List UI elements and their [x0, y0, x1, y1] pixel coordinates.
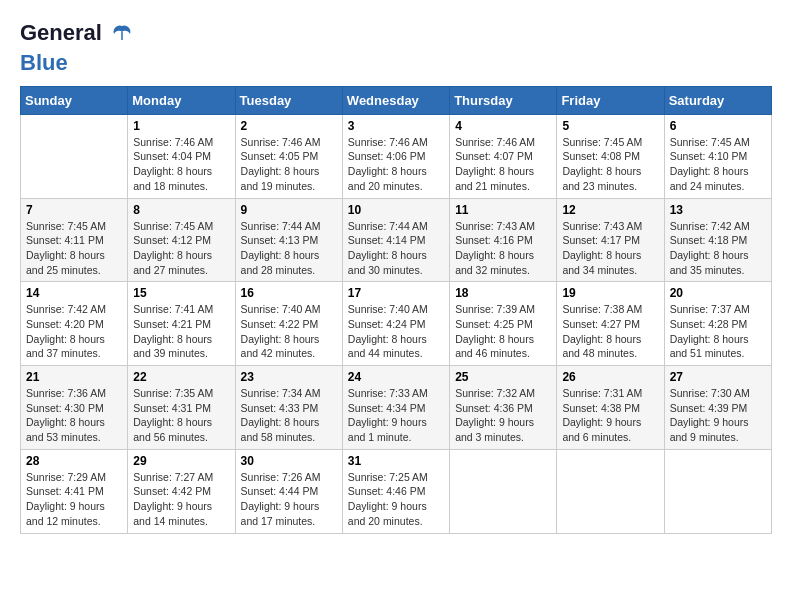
calendar-table: SundayMondayTuesdayWednesdayThursdayFrid…: [20, 86, 772, 534]
day-info: Sunrise: 7:42 AM Sunset: 4:18 PM Dayligh…: [670, 219, 766, 278]
day-info: Sunrise: 7:46 AM Sunset: 4:04 PM Dayligh…: [133, 135, 229, 194]
day-number: 12: [562, 203, 658, 217]
day-info: Sunrise: 7:44 AM Sunset: 4:13 PM Dayligh…: [241, 219, 337, 278]
day-number: 27: [670, 370, 766, 384]
day-number: 2: [241, 119, 337, 133]
calendar-cell: 10Sunrise: 7:44 AM Sunset: 4:14 PM Dayli…: [342, 198, 449, 282]
calendar-cell: 22Sunrise: 7:35 AM Sunset: 4:31 PM Dayli…: [128, 366, 235, 450]
calendar-cell: 19Sunrise: 7:38 AM Sunset: 4:27 PM Dayli…: [557, 282, 664, 366]
calendar-header-friday: Friday: [557, 86, 664, 114]
calendar-cell: [21, 114, 128, 198]
logo-text: General Blue: [20, 20, 136, 76]
calendar-header-tuesday: Tuesday: [235, 86, 342, 114]
calendar-cell: 23Sunrise: 7:34 AM Sunset: 4:33 PM Dayli…: [235, 366, 342, 450]
day-number: 5: [562, 119, 658, 133]
day-info: Sunrise: 7:40 AM Sunset: 4:22 PM Dayligh…: [241, 302, 337, 361]
calendar-cell: 20Sunrise: 7:37 AM Sunset: 4:28 PM Dayli…: [664, 282, 771, 366]
calendar-cell: [664, 449, 771, 533]
calendar-header-sunday: Sunday: [21, 86, 128, 114]
calendar-cell: 2Sunrise: 7:46 AM Sunset: 4:05 PM Daylig…: [235, 114, 342, 198]
calendar-cell: 5Sunrise: 7:45 AM Sunset: 4:08 PM Daylig…: [557, 114, 664, 198]
day-info: Sunrise: 7:43 AM Sunset: 4:16 PM Dayligh…: [455, 219, 551, 278]
calendar-cell: 9Sunrise: 7:44 AM Sunset: 4:13 PM Daylig…: [235, 198, 342, 282]
day-info: Sunrise: 7:25 AM Sunset: 4:46 PM Dayligh…: [348, 470, 444, 529]
day-info: Sunrise: 7:30 AM Sunset: 4:39 PM Dayligh…: [670, 386, 766, 445]
day-info: Sunrise: 7:42 AM Sunset: 4:20 PM Dayligh…: [26, 302, 122, 361]
calendar-body: 1Sunrise: 7:46 AM Sunset: 4:04 PM Daylig…: [21, 114, 772, 533]
calendar-cell: 30Sunrise: 7:26 AM Sunset: 4:44 PM Dayli…: [235, 449, 342, 533]
day-info: Sunrise: 7:43 AM Sunset: 4:17 PM Dayligh…: [562, 219, 658, 278]
day-info: Sunrise: 7:46 AM Sunset: 4:06 PM Dayligh…: [348, 135, 444, 194]
day-info: Sunrise: 7:36 AM Sunset: 4:30 PM Dayligh…: [26, 386, 122, 445]
day-info: Sunrise: 7:33 AM Sunset: 4:34 PM Dayligh…: [348, 386, 444, 445]
day-number: 25: [455, 370, 551, 384]
calendar-cell: 6Sunrise: 7:45 AM Sunset: 4:10 PM Daylig…: [664, 114, 771, 198]
calendar-cell: 13Sunrise: 7:42 AM Sunset: 4:18 PM Dayli…: [664, 198, 771, 282]
day-info: Sunrise: 7:44 AM Sunset: 4:14 PM Dayligh…: [348, 219, 444, 278]
calendar-header-saturday: Saturday: [664, 86, 771, 114]
day-info: Sunrise: 7:32 AM Sunset: 4:36 PM Dayligh…: [455, 386, 551, 445]
day-info: Sunrise: 7:40 AM Sunset: 4:24 PM Dayligh…: [348, 302, 444, 361]
calendar-cell: 27Sunrise: 7:30 AM Sunset: 4:39 PM Dayli…: [664, 366, 771, 450]
day-number: 1: [133, 119, 229, 133]
day-number: 10: [348, 203, 444, 217]
day-number: 4: [455, 119, 551, 133]
calendar-cell: 26Sunrise: 7:31 AM Sunset: 4:38 PM Dayli…: [557, 366, 664, 450]
day-number: 14: [26, 286, 122, 300]
day-info: Sunrise: 7:39 AM Sunset: 4:25 PM Dayligh…: [455, 302, 551, 361]
day-number: 18: [455, 286, 551, 300]
day-number: 30: [241, 454, 337, 468]
day-info: Sunrise: 7:41 AM Sunset: 4:21 PM Dayligh…: [133, 302, 229, 361]
day-number: 8: [133, 203, 229, 217]
calendar-cell: 16Sunrise: 7:40 AM Sunset: 4:22 PM Dayli…: [235, 282, 342, 366]
day-info: Sunrise: 7:45 AM Sunset: 4:10 PM Dayligh…: [670, 135, 766, 194]
day-number: 13: [670, 203, 766, 217]
day-number: 29: [133, 454, 229, 468]
day-number: 26: [562, 370, 658, 384]
calendar-cell: 25Sunrise: 7:32 AM Sunset: 4:36 PM Dayli…: [450, 366, 557, 450]
calendar-week-row: 1Sunrise: 7:46 AM Sunset: 4:04 PM Daylig…: [21, 114, 772, 198]
calendar-header-monday: Monday: [128, 86, 235, 114]
day-info: Sunrise: 7:27 AM Sunset: 4:42 PM Dayligh…: [133, 470, 229, 529]
day-number: 31: [348, 454, 444, 468]
day-info: Sunrise: 7:37 AM Sunset: 4:28 PM Dayligh…: [670, 302, 766, 361]
day-info: Sunrise: 7:46 AM Sunset: 4:07 PM Dayligh…: [455, 135, 551, 194]
calendar-cell: 29Sunrise: 7:27 AM Sunset: 4:42 PM Dayli…: [128, 449, 235, 533]
day-number: 9: [241, 203, 337, 217]
calendar-cell: 1Sunrise: 7:46 AM Sunset: 4:04 PM Daylig…: [128, 114, 235, 198]
calendar-cell: 18Sunrise: 7:39 AM Sunset: 4:25 PM Dayli…: [450, 282, 557, 366]
day-number: 6: [670, 119, 766, 133]
day-info: Sunrise: 7:45 AM Sunset: 4:12 PM Dayligh…: [133, 219, 229, 278]
day-number: 23: [241, 370, 337, 384]
day-number: 17: [348, 286, 444, 300]
day-info: Sunrise: 7:26 AM Sunset: 4:44 PM Dayligh…: [241, 470, 337, 529]
calendar-header-wednesday: Wednesday: [342, 86, 449, 114]
calendar-cell: 4Sunrise: 7:46 AM Sunset: 4:07 PM Daylig…: [450, 114, 557, 198]
day-info: Sunrise: 7:38 AM Sunset: 4:27 PM Dayligh…: [562, 302, 658, 361]
calendar-cell: 17Sunrise: 7:40 AM Sunset: 4:24 PM Dayli…: [342, 282, 449, 366]
calendar-cell: 7Sunrise: 7:45 AM Sunset: 4:11 PM Daylig…: [21, 198, 128, 282]
day-info: Sunrise: 7:34 AM Sunset: 4:33 PM Dayligh…: [241, 386, 337, 445]
day-info: Sunrise: 7:29 AM Sunset: 4:41 PM Dayligh…: [26, 470, 122, 529]
calendar-cell: 31Sunrise: 7:25 AM Sunset: 4:46 PM Dayli…: [342, 449, 449, 533]
day-number: 15: [133, 286, 229, 300]
calendar-cell: 24Sunrise: 7:33 AM Sunset: 4:34 PM Dayli…: [342, 366, 449, 450]
calendar-header-row: SundayMondayTuesdayWednesdayThursdayFrid…: [21, 86, 772, 114]
day-info: Sunrise: 7:45 AM Sunset: 4:08 PM Dayligh…: [562, 135, 658, 194]
day-number: 22: [133, 370, 229, 384]
day-info: Sunrise: 7:31 AM Sunset: 4:38 PM Dayligh…: [562, 386, 658, 445]
calendar-cell: 28Sunrise: 7:29 AM Sunset: 4:41 PM Dayli…: [21, 449, 128, 533]
calendar-week-row: 28Sunrise: 7:29 AM Sunset: 4:41 PM Dayli…: [21, 449, 772, 533]
calendar-header-thursday: Thursday: [450, 86, 557, 114]
day-number: 16: [241, 286, 337, 300]
day-number: 11: [455, 203, 551, 217]
page-header: General Blue: [20, 20, 772, 76]
day-info: Sunrise: 7:35 AM Sunset: 4:31 PM Dayligh…: [133, 386, 229, 445]
calendar-cell: [450, 449, 557, 533]
calendar-cell: 15Sunrise: 7:41 AM Sunset: 4:21 PM Dayli…: [128, 282, 235, 366]
day-number: 7: [26, 203, 122, 217]
day-info: Sunrise: 7:46 AM Sunset: 4:05 PM Dayligh…: [241, 135, 337, 194]
day-number: 24: [348, 370, 444, 384]
day-number: 28: [26, 454, 122, 468]
day-number: 20: [670, 286, 766, 300]
